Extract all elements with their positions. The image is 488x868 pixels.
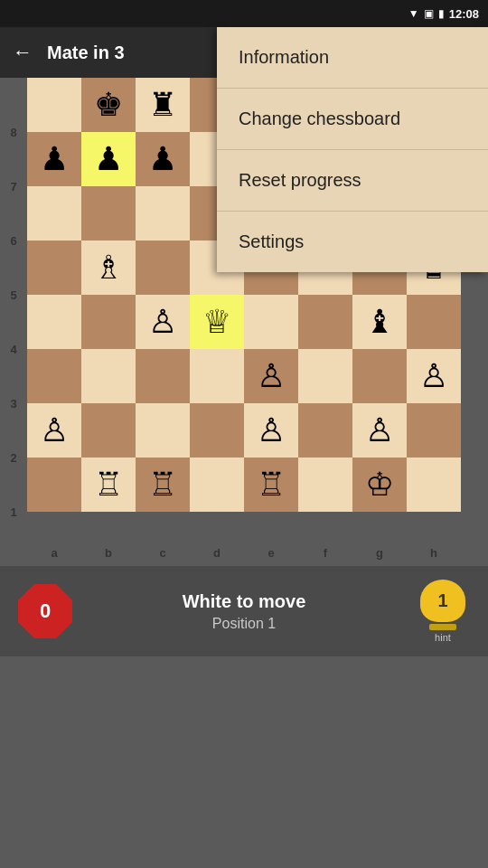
cell-a8[interactable] bbox=[27, 78, 81, 132]
cell-b5[interactable]: ♗ bbox=[81, 241, 136, 295]
file-h: h bbox=[407, 539, 461, 566]
status-bar: ▼ ▣ ▮ 12:08 bbox=[0, 0, 488, 27]
cell-c2[interactable] bbox=[136, 403, 190, 458]
position-label: Position 1 bbox=[183, 616, 306, 632]
rank-6: 6 bbox=[0, 213, 27, 268]
back-button[interactable]: ← bbox=[13, 41, 33, 64]
hint-label: hint bbox=[435, 632, 451, 643]
cell-d4[interactable]: ♕ bbox=[190, 295, 244, 349]
cell-b4[interactable] bbox=[81, 295, 136, 349]
file-g: g bbox=[352, 539, 407, 566]
cell-c6[interactable] bbox=[136, 186, 190, 241]
rank-5: 5 bbox=[0, 268, 27, 322]
rank-2: 2 bbox=[0, 430, 27, 485]
cell-a6[interactable] bbox=[27, 186, 81, 241]
rank-4: 4 bbox=[0, 322, 27, 376]
center-info: White to move Position 1 bbox=[183, 591, 306, 632]
rank-3: 3 bbox=[0, 376, 27, 430]
dropdown-menu: Information Change chessboard Reset prog… bbox=[217, 27, 488, 272]
cell-f2[interactable] bbox=[298, 403, 352, 458]
cell-a1[interactable] bbox=[27, 458, 81, 512]
cell-b1[interactable]: ♖ bbox=[81, 458, 136, 512]
cell-b7[interactable]: ♟ bbox=[81, 132, 136, 186]
cell-a3[interactable] bbox=[27, 349, 81, 403]
cell-e4[interactable] bbox=[244, 295, 298, 349]
signal-icon: ▣ bbox=[424, 7, 434, 20]
file-d: d bbox=[190, 539, 244, 566]
cell-a5[interactable] bbox=[27, 241, 81, 295]
stop-counter: 0 bbox=[18, 584, 72, 638]
menu-item-information[interactable]: Information bbox=[217, 27, 488, 89]
rank-labels: 8 7 6 5 4 3 2 1 bbox=[0, 105, 27, 539]
cell-d3[interactable] bbox=[190, 349, 244, 403]
hint-button[interactable]: 1 hint bbox=[416, 580, 470, 643]
cell-c4[interactable]: ♙ bbox=[136, 295, 190, 349]
cell-h2[interactable] bbox=[407, 403, 461, 458]
menu-item-settings[interactable]: Settings bbox=[217, 212, 488, 272]
cell-g4[interactable]: ♝ bbox=[352, 295, 407, 349]
cell-c5[interactable] bbox=[136, 241, 190, 295]
cell-f1[interactable] bbox=[298, 458, 352, 512]
cell-b2[interactable] bbox=[81, 403, 136, 458]
file-b: b bbox=[81, 539, 136, 566]
file-c: c bbox=[136, 539, 190, 566]
cell-h4[interactable] bbox=[407, 295, 461, 349]
cell-f4[interactable] bbox=[298, 295, 352, 349]
cell-c3[interactable] bbox=[136, 349, 190, 403]
cell-h3[interactable]: ♙ bbox=[407, 349, 461, 403]
rank-8: 8 bbox=[0, 105, 27, 159]
cell-g3[interactable] bbox=[352, 349, 407, 403]
cell-e2[interactable]: ♙ bbox=[244, 403, 298, 458]
status-icons: ▼ ▣ ▮ 12:08 bbox=[408, 7, 479, 21]
file-f: f bbox=[298, 539, 352, 566]
cell-d2[interactable] bbox=[190, 403, 244, 458]
cell-h1[interactable] bbox=[407, 458, 461, 512]
status-time: 12:08 bbox=[449, 7, 479, 21]
hint-bulb-base bbox=[429, 624, 456, 630]
cell-e1[interactable]: ♖ bbox=[244, 458, 298, 512]
rank-1: 1 bbox=[0, 485, 27, 539]
cell-c7[interactable]: ♟ bbox=[136, 132, 190, 186]
cell-b8[interactable]: ♚ bbox=[81, 78, 136, 132]
cell-b3[interactable] bbox=[81, 349, 136, 403]
rank-7: 7 bbox=[0, 159, 27, 213]
wifi-icon: ▼ bbox=[408, 7, 419, 20]
cell-a4[interactable] bbox=[27, 295, 81, 349]
file-a: a bbox=[27, 539, 81, 566]
file-labels: a b c d e f g h bbox=[27, 539, 461, 566]
menu-item-reset-progress[interactable]: Reset progress bbox=[217, 150, 488, 212]
cell-d1[interactable] bbox=[190, 458, 244, 512]
cell-f3[interactable] bbox=[298, 349, 352, 403]
cell-c8[interactable]: ♜ bbox=[136, 78, 190, 132]
hint-bulb: 1 bbox=[420, 580, 465, 622]
battery-icon: ▮ bbox=[438, 7, 445, 20]
move-label: White to move bbox=[183, 591, 306, 612]
cell-g1[interactable]: ♔ bbox=[352, 458, 407, 512]
cell-b6[interactable] bbox=[81, 186, 136, 241]
file-e: e bbox=[244, 539, 298, 566]
page-title: Mate in 3 bbox=[47, 42, 125, 63]
cell-a7[interactable]: ♟ bbox=[27, 132, 81, 186]
cell-a2[interactable]: ♙ bbox=[27, 403, 81, 458]
cell-c1[interactable]: ♖ bbox=[136, 458, 190, 512]
cell-e3[interactable]: ♙ bbox=[244, 349, 298, 403]
cell-g2[interactable]: ♙ bbox=[352, 403, 407, 458]
menu-item-change-chessboard[interactable]: Change chessboard bbox=[217, 89, 488, 150]
bottom-bar: 0 White to move Position 1 1 hint bbox=[0, 566, 488, 656]
